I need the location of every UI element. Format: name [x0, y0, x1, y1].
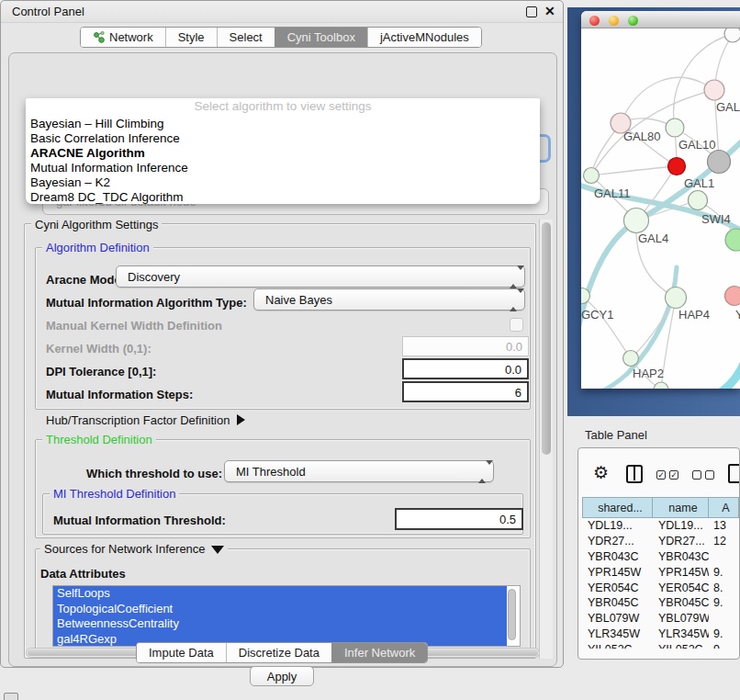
attribute-list-item[interactable]: SelfLoops [53, 586, 507, 602]
network-node[interactable] [624, 209, 649, 233]
dock-panel-icon[interactable] [4, 693, 18, 700]
network-node[interactable] [584, 168, 600, 184]
tab-jactivemnodules[interactable]: jActiveMNodules [367, 28, 481, 47]
algorithm-option[interactable]: Bayesian – K2 [26, 175, 540, 190]
table-cell: YBR045C [582, 596, 653, 609]
collapse-down-icon [211, 546, 224, 554]
network-window-titlebar[interactable] [581, 11, 740, 28]
control-panel-title: Control Panel [12, 5, 84, 18]
network-node[interactable] [708, 151, 731, 174]
node-label: Y [735, 308, 740, 322]
unchecked-box-icon [705, 470, 714, 480]
network-node[interactable] [654, 382, 668, 389]
bottom-tab-label: Impute Data [149, 646, 214, 660]
network-node[interactable] [725, 287, 740, 306]
tab-network[interactable]: Network [81, 28, 165, 47]
zoom-traffic-light-icon[interactable] [628, 16, 638, 26]
bottom-tab-impute-data[interactable]: Impute Data [137, 643, 226, 662]
tab-label: Style [178, 30, 205, 44]
network-node[interactable] [689, 191, 708, 210]
tab-label: jActiveMNodules [380, 30, 469, 44]
bottom-tab-infer-network[interactable]: Infer Network [331, 643, 427, 662]
attribute-list-item[interactable]: BetweennessCentrality [53, 616, 507, 632]
table-row[interactable]: YDR27...YDR27...12 [582, 534, 739, 549]
control-panel-tabbar: NetworkStyleSelectCyni ToolboxjActiveMNo… [80, 27, 482, 48]
network-node[interactable] [668, 158, 686, 175]
algorithm-option[interactable]: Bayesian – Hill Climbing [26, 117, 540, 131]
network-icon [93, 31, 105, 43]
unchecked-box-icon [692, 470, 701, 480]
algorithm-dropdown-list: Select algorithm to view settings Bayesi… [26, 98, 540, 204]
table-panel-card: ⚙ ✓ ✓ shared...nameA YDL19...YDL19...13Y… [577, 447, 740, 660]
apply-button[interactable]: Apply [250, 666, 314, 686]
node-label: GAL80 [623, 130, 660, 143]
network-graph[interactable]: GALGAL80GAL10GAL11GAL1SWI4GAL4GCY1HAP4YH… [581, 28, 740, 389]
network-edge [621, 77, 714, 123]
table-row[interactable]: YBL079WYBL079W [582, 611, 739, 627]
hub-definition-expander[interactable]: Hub/Transcription Factor Definition [46, 413, 245, 427]
close-icon[interactable]: ✕ [544, 4, 555, 18]
table-row[interactable]: YPR145WYPR145W9. [582, 564, 739, 580]
tab-style[interactable]: Style [165, 28, 217, 47]
aracne-mode-label: Aracne Mode: [46, 273, 125, 287]
algorithm-option[interactable]: Basic Correlation Inference [26, 131, 540, 146]
float-window-icon[interactable] [526, 6, 537, 17]
table-cell: YBR043C [582, 550, 653, 563]
tab-label: Select [230, 30, 263, 44]
table-cell: YDR27... [653, 535, 709, 548]
sources-expander[interactable]: Sources for Network Inference [40, 542, 228, 556]
table-row[interactable]: YLR345WYLR345W9. [582, 627, 739, 642]
network-node[interactable] [704, 80, 724, 100]
node-label: GAL11 [594, 186, 631, 200]
network-canvas[interactable]: GALGAL80GAL10GAL11GAL1SWI4GAL4GCY1HAP4YH… [581, 28, 740, 389]
table-body: YDL19...YDL19...13YDR27...YDR27...12YBR0… [582, 518, 739, 649]
bottom-tab-discretize-data[interactable]: Discretize Data [226, 643, 331, 662]
node-label: SWI4 [701, 212, 731, 226]
algorithm-option[interactable]: Dream8 DC_TDC Algorithm [26, 190, 540, 205]
network-node[interactable] [666, 119, 684, 137]
tab-select[interactable]: Select [217, 28, 275, 47]
kernel-width-input[interactable]: 0.0 [402, 336, 529, 356]
mi-type-value: Naive Bayes [265, 293, 332, 307]
network-node[interactable] [623, 351, 639, 367]
mi-steps-input[interactable]: 6 [402, 381, 529, 402]
table-row[interactable]: YDL19...YDL19...13 [582, 518, 739, 534]
cyni-bottom-tabbar: Impute DataDiscretize DataInfer Network [136, 642, 428, 663]
sources-title: Sources for Network Inference [44, 542, 206, 556]
table-row[interactable]: YBR045CYBR045C9. [582, 595, 739, 611]
tab-label: Network [109, 30, 153, 44]
which-threshold-combo[interactable]: MI Threshold [224, 460, 494, 482]
attributes-vertical-scrollbar[interactable] [508, 589, 516, 640]
dpi-tolerance-label: DPI Tolerance [0,1]: [46, 365, 156, 378]
dpi-tolerance-input[interactable]: 0.0 [402, 358, 529, 379]
manual-kernel-width-checkbox[interactable] [510, 318, 523, 332]
aracne-mode-combo[interactable]: Discovery [116, 265, 525, 288]
vertical-scroll-thumb[interactable] [542, 222, 551, 455]
columns-icon[interactable] [626, 465, 643, 483]
network-node[interactable] [666, 288, 687, 309]
table-row[interactable]: YIL052CYIL052C9 [582, 641, 739, 649]
network-node[interactable] [725, 229, 740, 251]
select-all-checkboxes-icon[interactable]: ✓ ✓ [656, 470, 678, 480]
algorithm-option[interactable]: ARACNE Algorithm [26, 146, 540, 161]
close-traffic-light-icon[interactable] [589, 16, 600, 26]
settings-vertical-scrollbar[interactable] [539, 220, 553, 659]
tab-label: Cyni Toolbox [287, 30, 355, 44]
table-row[interactable]: YBR043CYBR043C [582, 549, 739, 565]
mi-threshold-input[interactable]: 0.5 [395, 508, 523, 530]
table-row[interactable]: YER054CYER054C8. [582, 580, 739, 595]
column-header-1[interactable]: shared... [582, 497, 653, 518]
mi-type-combo[interactable]: Naive Bayes [253, 288, 525, 310]
network-node[interactable] [724, 28, 740, 42]
algorithm-option[interactable]: Mutual Information Inference [26, 161, 540, 175]
table-cell: YPR145W [653, 566, 709, 579]
tab-cyni-toolbox[interactable]: Cyni Toolbox [275, 28, 367, 47]
deselect-all-checkboxes-icon[interactable] [692, 470, 714, 480]
attribute-list-item[interactable]: TopologicalCoefficient [53, 602, 507, 617]
new-document-icon[interactable] [728, 464, 740, 483]
column-header-2[interactable]: name [653, 497, 709, 518]
column-header-3[interactable]: A [709, 497, 739, 518]
minimize-traffic-light-icon[interactable] [609, 16, 619, 26]
control-panel-titlebar: Control Panel ✕ [1, 1, 563, 23]
gear-icon[interactable]: ⚙ [593, 462, 609, 483]
